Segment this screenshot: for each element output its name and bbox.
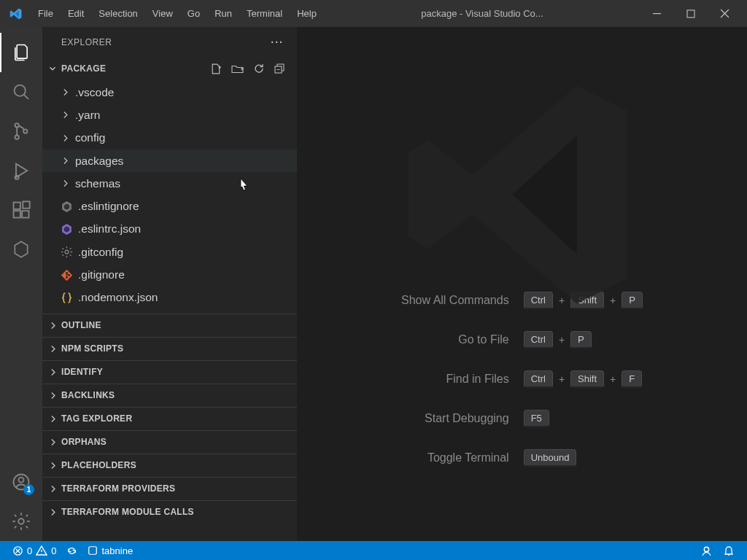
section-label: PLACEHOLDERS: [61, 460, 136, 470]
plus-sep: +: [559, 373, 565, 385]
activity-settings[interactable]: [0, 502, 42, 541]
new-file-icon[interactable]: [210, 63, 222, 75]
menu-view[interactable]: View: [145, 4, 180, 23]
section-npm-scripts[interactable]: NPM SCRIPTS: [42, 337, 297, 360]
file--gitconfig[interactable]: .gitconfig: [42, 241, 297, 263]
file--eslintignore[interactable]: .eslintignore: [42, 195, 297, 217]
svg-rect-10: [23, 201, 29, 208]
window-controls: [640, 0, 741, 27]
svg-rect-0: [653, 13, 661, 14]
section-label: ORPHANS: [61, 437, 107, 447]
shortcut-label: Start Debugging: [401, 412, 509, 425]
status-bell-icon[interactable]: [718, 541, 740, 560]
plus-sep: +: [610, 373, 616, 385]
folder-schemas[interactable]: schemas: [42, 172, 297, 195]
collapse-all-icon[interactable]: [274, 63, 285, 75]
svg-rect-7: [14, 203, 20, 209]
tree-item-label: schemas: [75, 177, 120, 190]
menu-edit[interactable]: Edit: [61, 4, 91, 23]
chevron-down-icon: [47, 63, 58, 74]
menu-file[interactable]: File: [31, 4, 61, 23]
svg-point-15: [65, 250, 69, 254]
file--nodemonx-json[interactable]: .nodemonx.json: [42, 287, 297, 309]
menu-help[interactable]: Help: [290, 4, 324, 23]
chevron-right-icon: [47, 508, 58, 517]
maximize-button[interactable]: [674, 0, 708, 27]
refresh-icon[interactable]: [253, 63, 265, 75]
status-problems[interactable]: 0 0: [7, 541, 61, 560]
file-icon: [60, 200, 73, 213]
folder--vscode[interactable]: .vscode: [42, 81, 297, 104]
shortcut-label: Find in Files: [401, 373, 509, 386]
file-icon: [60, 246, 73, 259]
file--gitignore[interactable]: .gitignore: [42, 263, 297, 286]
explorer-folder-header[interactable]: PACKAGE: [42, 58, 297, 79]
chevron-right-icon: [47, 344, 58, 354]
tree-item-label: .eslintignore: [78, 200, 139, 213]
section-label: NPM SCRIPTS: [61, 343, 123, 354]
menu-bar: File Edit Selection View Go Run Terminal…: [31, 4, 324, 23]
section-orphans[interactable]: ORPHANS: [42, 430, 297, 454]
sidebar: EXPLORER ··· PACKAGE .vscode.yarnconfigp…: [42, 27, 297, 541]
section-terraform-providers[interactable]: TERRAFORM PROVIDERS: [42, 477, 297, 500]
tree-item-label: .vscode: [75, 86, 114, 99]
key-shift: Shift: [570, 370, 604, 388]
activity-accounts[interactable]: 1: [0, 462, 42, 502]
section-label: TERRAFORM PROVIDERS: [61, 483, 175, 494]
folder--yarn[interactable]: .yarn: [42, 104, 297, 126]
chevron-right-icon: [47, 368, 58, 377]
section-backlinks[interactable]: BACKLINKS: [42, 384, 297, 407]
activity-source-control[interactable]: [0, 112, 42, 151]
section-placeholders[interactable]: PLACEHOLDERS: [42, 454, 297, 477]
svg-point-12: [19, 478, 24, 483]
shortcut-keys: Ctrl+P: [524, 331, 643, 349]
tree-item-label: config: [75, 131, 105, 144]
new-folder-icon[interactable]: [231, 63, 244, 75]
section-terraform-module-calls[interactable]: TERRAFORM MODULE CALLS: [42, 500, 297, 524]
menu-go[interactable]: Go: [180, 4, 207, 23]
sidebar-sections: OUTLINENPM SCRIPTSIDENTIFYBACKLINKSTAG E…: [42, 314, 297, 524]
file-icon: [60, 268, 73, 281]
key-ctrl: Ctrl: [524, 370, 553, 388]
section-label: IDENTIFY: [61, 367, 103, 377]
section-outline[interactable]: OUTLINE: [42, 314, 297, 337]
section-tag-explorer[interactable]: TAG EXPLORER: [42, 407, 297, 430]
section-label: BACKLINKS: [61, 390, 115, 400]
minimize-button[interactable]: [640, 0, 674, 27]
svg-point-2: [15, 85, 26, 96]
activity-extensions[interactable]: [0, 190, 42, 230]
chevron-right-icon: [47, 484, 58, 494]
svg-rect-8: [14, 211, 20, 217]
activity-explorer[interactable]: [0, 33, 42, 72]
menu-terminal[interactable]: Terminal: [239, 4, 290, 23]
activity-search[interactable]: [0, 72, 42, 112]
folder-config[interactable]: config: [42, 127, 297, 149]
key-ctrl: Ctrl: [524, 331, 553, 349]
error-count: 0: [27, 545, 32, 556]
editor-area: Show All CommandsCtrl+Shift+PGo to FileC…: [297, 27, 747, 541]
folder-packages[interactable]: packages: [42, 149, 297, 172]
titlebar: File Edit Selection View Go Run Terminal…: [0, 0, 747, 27]
key-f5: F5: [524, 410, 549, 427]
status-tabnine[interactable]: tabnine: [82, 541, 138, 560]
shortcut-label: Go to File: [401, 333, 509, 346]
activity-run-debug[interactable]: [0, 151, 42, 190]
svg-point-4: [15, 135, 18, 139]
sidebar-more-icon[interactable]: ···: [271, 36, 284, 48]
svg-point-3: [15, 123, 18, 127]
shortcut-keys: F5: [524, 410, 643, 427]
file--eslintrc-json[interactable]: .eslintrc.json: [42, 218, 297, 241]
menu-run[interactable]: Run: [207, 4, 239, 23]
section-label: TERRAFORM MODULE CALLS: [61, 507, 194, 517]
sidebar-header: EXPLORER ···: [42, 27, 297, 58]
chevron-right-icon: [60, 88, 70, 97]
section-identify[interactable]: IDENTIFY: [42, 360, 297, 384]
status-feedback-icon[interactable]: [695, 541, 718, 560]
activity-hexagon[interactable]: [0, 230, 42, 269]
close-button[interactable]: [708, 0, 741, 27]
svg-point-21: [704, 547, 708, 551]
key-unbound: Unbound: [524, 449, 577, 467]
menu-selection[interactable]: Selection: [91, 4, 144, 23]
status-sync[interactable]: [61, 541, 82, 560]
file-icon: [60, 222, 73, 236]
